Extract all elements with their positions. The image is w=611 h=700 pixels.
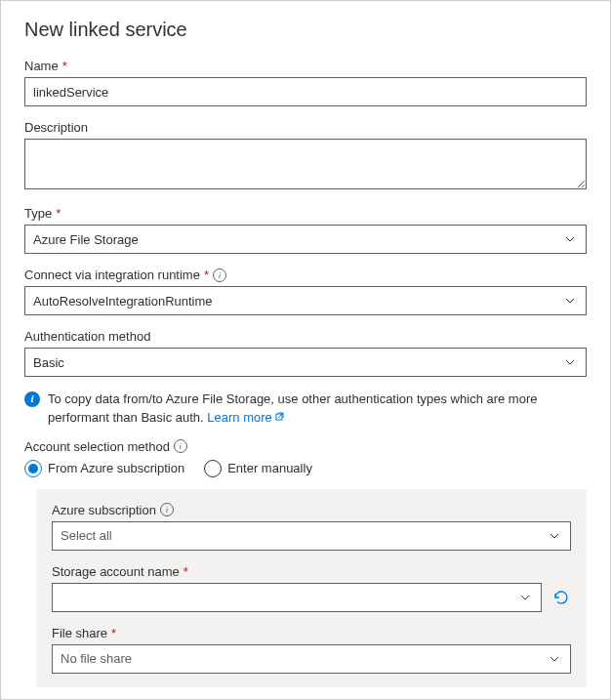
required-mark: * [111, 626, 116, 640]
type-label: Type [24, 206, 52, 221]
chevron-down-icon [564, 295, 576, 307]
info-icon[interactable]: i [174, 439, 187, 453]
required-mark: * [56, 206, 61, 221]
file-share-value: No file share [61, 651, 132, 666]
page-title: New linked service [24, 19, 587, 41]
auth-method-value: Basic [33, 355, 64, 370]
storage-account-select[interactable] [52, 583, 542, 612]
required-mark: * [62, 59, 67, 73]
auth-method-label: Authentication method [24, 329, 150, 344]
name-label: Name [24, 59, 59, 73]
subscription-panel: Azure subscription i Select all Storage … [36, 489, 587, 687]
auth-method-select[interactable]: Basic [24, 348, 587, 377]
radio-from-subscription[interactable]: From Azure subscription [24, 460, 184, 477]
radio-icon [24, 460, 42, 477]
type-value: Azure File Storage [33, 232, 139, 247]
azure-subscription-value: Select all [61, 528, 112, 543]
info-icon: i [24, 391, 40, 407]
chevron-down-icon [519, 592, 531, 603]
type-select[interactable]: Azure File Storage [24, 225, 587, 254]
account-selection-label: Account selection method [24, 439, 170, 454]
required-mark: * [183, 564, 188, 579]
description-input[interactable] [24, 139, 587, 189]
chevron-down-icon [549, 530, 560, 542]
description-label: Description [24, 120, 88, 135]
storage-account-label: Storage account name [52, 564, 180, 579]
learn-more-link[interactable]: Learn more [207, 409, 286, 428]
info-banner-text: To copy data from/to Azure File Storage,… [48, 391, 587, 428]
info-icon[interactable]: i [213, 268, 226, 282]
name-input[interactable] [24, 77, 587, 106]
info-icon[interactable]: i [160, 503, 174, 516]
azure-subscription-label: Azure subscription [52, 503, 156, 517]
radio-enter-manually[interactable]: Enter manually [204, 460, 312, 477]
file-share-select[interactable]: No file share [52, 644, 571, 674]
runtime-label: Connect via integration runtime [24, 268, 200, 282]
chevron-down-icon [564, 233, 576, 245]
external-link-icon [275, 409, 287, 428]
chevron-down-icon [564, 356, 576, 368]
runtime-select[interactable]: AutoResolveIntegrationRuntime [24, 286, 587, 315]
radio-icon [204, 460, 222, 477]
refresh-icon [552, 589, 570, 606]
refresh-button[interactable] [551, 588, 571, 607]
required-mark: * [204, 268, 209, 282]
azure-subscription-select[interactable]: Select all [52, 521, 571, 551]
chevron-down-icon [549, 653, 560, 665]
file-share-label: File share [52, 626, 107, 640]
runtime-value: AutoResolveIntegrationRuntime [33, 294, 213, 309]
